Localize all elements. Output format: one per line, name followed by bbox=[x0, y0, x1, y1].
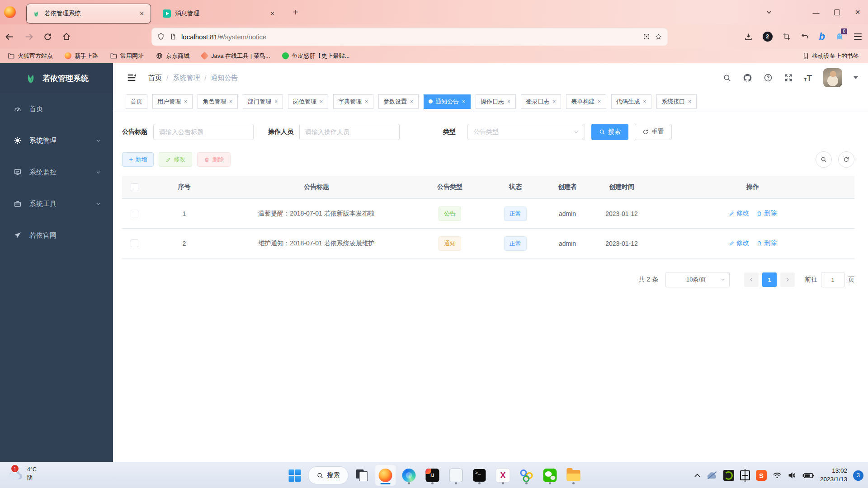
tag-system-api[interactable]: 系统接口× bbox=[656, 94, 697, 109]
weather-widget[interactable]: 1 4°C 阴 bbox=[7, 465, 37, 482]
app-logo[interactable]: 若依管理系统 bbox=[0, 63, 113, 93]
minimize-button[interactable]: — bbox=[806, 3, 826, 21]
url-bar[interactable]: localhost:81/#/system/notice bbox=[151, 28, 668, 46]
table-row[interactable]: 1 温馨提醒：2018-07-01 若依新版本发布啦 公告 正常 admin 2… bbox=[122, 199, 854, 229]
start-button[interactable] bbox=[285, 465, 305, 485]
sidebar-item-system-tools[interactable]: 系统工具 bbox=[0, 188, 113, 220]
close-icon[interactable]: × bbox=[364, 99, 368, 105]
row-checkbox[interactable] bbox=[131, 210, 138, 217]
undo-icon[interactable] bbox=[801, 33, 809, 41]
close-icon[interactable]: × bbox=[642, 99, 646, 105]
close-icon[interactable]: × bbox=[507, 99, 511, 105]
close-icon[interactable]: × bbox=[269, 9, 276, 17]
forward-icon[interactable] bbox=[19, 32, 38, 42]
mobile-bookmarks[interactable]: 移动设备上的书签 bbox=[802, 52, 859, 60]
close-icon[interactable]: × bbox=[184, 99, 188, 105]
url-text[interactable]: localhost:81/#/system/notice bbox=[181, 33, 638, 41]
close-icon[interactable]: × bbox=[462, 99, 466, 105]
tag-post-mgmt[interactable]: 岗位管理× bbox=[288, 94, 328, 109]
notification-count-badge[interactable]: 3 bbox=[853, 470, 863, 481]
row-delete-link[interactable]: 删除 bbox=[756, 209, 777, 217]
reset-button[interactable]: 重置 bbox=[635, 124, 672, 140]
close-icon[interactable]: × bbox=[410, 99, 414, 105]
restore-button[interactable] bbox=[826, 3, 847, 21]
nvidia-icon[interactable] bbox=[723, 470, 734, 481]
tag-form-builder[interactable]: 表单构建× bbox=[566, 94, 606, 109]
goto-page-input[interactable] bbox=[821, 272, 844, 287]
row-edit-link[interactable]: 修改 bbox=[729, 209, 749, 217]
browser-tab-messages[interactable]: 消息管理 × bbox=[157, 4, 281, 23]
taskbar-wechat[interactable] bbox=[540, 465, 560, 485]
sidebar-item-system-management[interactable]: 系统管理 bbox=[0, 125, 113, 156]
select-all-checkbox[interactable] bbox=[131, 183, 138, 191]
taskbar-clock[interactable]: 13:02 2023/1/13 bbox=[820, 467, 847, 484]
tag-code-gen[interactable]: 代码生成× bbox=[611, 94, 651, 109]
taskbar-circles-app[interactable] bbox=[517, 465, 537, 485]
bookmark-item[interactable]: 新手上路 bbox=[65, 52, 98, 60]
home-icon[interactable] bbox=[57, 32, 76, 41]
bookmark-folder[interactable]: 火狐官方站点 bbox=[7, 52, 53, 60]
edit-button[interactable]: 修改 bbox=[159, 152, 192, 167]
sogou-icon[interactable]: S bbox=[756, 470, 767, 481]
table-row[interactable]: 2 维护通知：2018-07-01 若依系统凌晨维护 通知 正常 admin 2… bbox=[122, 229, 854, 258]
page-number-button[interactable]: 1 bbox=[762, 272, 777, 287]
ime-indicator-icon[interactable] bbox=[740, 470, 750, 480]
add-button[interactable]: +新增 bbox=[122, 152, 154, 167]
github-icon[interactable] bbox=[743, 73, 752, 83]
tag-dept-mgmt[interactable]: 部门管理× bbox=[243, 94, 283, 109]
sidebar-item-home[interactable]: 首页 bbox=[0, 93, 113, 125]
tag-login-log[interactable]: 登录日志× bbox=[521, 94, 561, 109]
taskbar-search[interactable]: 搜索 bbox=[308, 466, 349, 484]
list-tabs-icon[interactable] bbox=[761, 9, 777, 15]
qr-code-icon[interactable] bbox=[643, 33, 650, 40]
tag-notice-active[interactable]: 通知公告× bbox=[424, 94, 471, 109]
new-tab-button[interactable]: + bbox=[288, 5, 303, 19]
wifi-icon[interactable] bbox=[773, 472, 782, 479]
close-icon[interactable]: × bbox=[597, 99, 601, 105]
bookmark-item[interactable]: 京东商城 bbox=[156, 52, 189, 60]
bookmark-star-icon[interactable] bbox=[655, 33, 662, 41]
browser-menu-icon[interactable] bbox=[854, 33, 862, 40]
reload-icon[interactable] bbox=[38, 33, 57, 41]
bookmark-item[interactable]: Java 在线工具 | 菜鸟... bbox=[201, 52, 270, 60]
next-page-button[interactable] bbox=[780, 272, 795, 287]
page-size-select[interactable]: 10条/页 bbox=[665, 272, 730, 287]
bing-icon[interactable]: b bbox=[819, 32, 825, 42]
close-icon[interactable]: × bbox=[138, 9, 145, 17]
tray-chevron-icon[interactable] bbox=[694, 473, 701, 478]
help-icon[interactable] bbox=[764, 73, 773, 82]
firefox-logo-icon[interactable] bbox=[0, 6, 20, 18]
header-search-icon[interactable] bbox=[723, 74, 731, 82]
operator-input[interactable] bbox=[299, 124, 400, 140]
chevron-down-icon[interactable] bbox=[854, 76, 858, 79]
tag-dict-mgmt[interactable]: 字典管理× bbox=[333, 94, 373, 109]
ghost-extension-icon[interactable]: 0 bbox=[835, 32, 844, 41]
row-checkbox[interactable] bbox=[131, 239, 138, 247]
refresh-table-button[interactable] bbox=[838, 151, 854, 168]
taskbar-x-app[interactable]: X bbox=[493, 465, 513, 485]
close-icon[interactable]: × bbox=[274, 99, 278, 105]
taskbar-terminal[interactable]: >_ bbox=[470, 465, 490, 485]
page-info-icon[interactable] bbox=[170, 33, 177, 41]
browser-tab-ruoyi[interactable]: 若依管理系统 × bbox=[26, 4, 151, 23]
taskbar-intellij[interactable]: IJ bbox=[423, 465, 443, 485]
tag-oper-log[interactable]: 操作日志× bbox=[476, 94, 516, 109]
downloads-icon[interactable] bbox=[744, 33, 753, 41]
search-button[interactable]: 搜索 bbox=[591, 124, 628, 140]
tag-user-mgmt[interactable]: 用户管理× bbox=[152, 94, 193, 109]
fullscreen-icon[interactable] bbox=[784, 73, 793, 82]
close-icon[interactable]: × bbox=[688, 99, 692, 105]
close-icon[interactable]: × bbox=[229, 99, 233, 105]
breadcrumb-home[interactable]: 首页 bbox=[148, 74, 162, 82]
row-edit-link[interactable]: 修改 bbox=[729, 239, 749, 247]
font-size-icon[interactable]: тT bbox=[804, 74, 812, 82]
tag-home[interactable]: 首页 bbox=[126, 94, 147, 109]
notice-type-select[interactable]: 公告类型 bbox=[467, 124, 585, 140]
delete-button[interactable]: 删除 bbox=[197, 152, 231, 167]
bookmark-item[interactable]: 鱼皮怒肝【史上最贴... bbox=[282, 52, 350, 60]
toggle-search-button[interactable] bbox=[816, 151, 832, 168]
bookmark-folder[interactable]: 常用网址 bbox=[110, 52, 144, 60]
taskbar-explorer[interactable] bbox=[564, 465, 584, 485]
taskbar-edge[interactable] bbox=[399, 465, 419, 485]
battery-icon[interactable] bbox=[802, 472, 814, 479]
